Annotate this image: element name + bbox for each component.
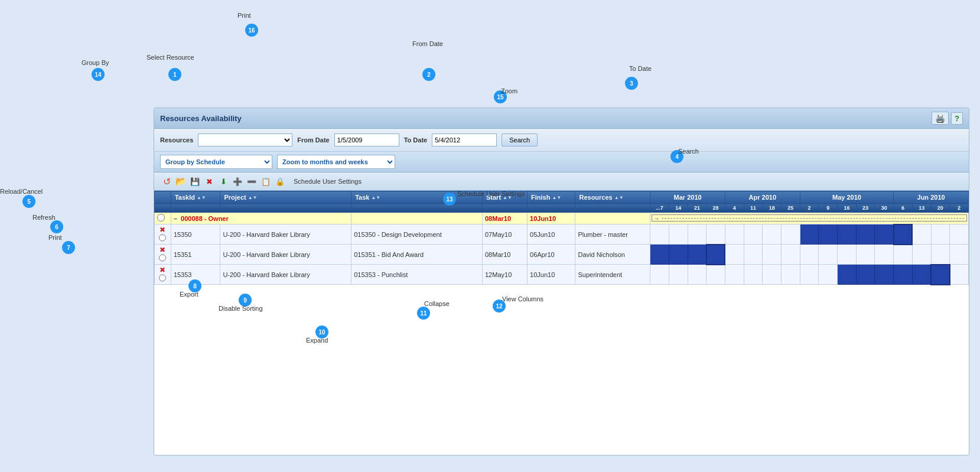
toolbar-row: ↺ 📂 💾 ✖ ⬇ ➕ ➖ 📋 🔒 Schedule User Settings: [154, 172, 969, 191]
gc-jun4: [950, 224, 969, 245]
cell-15350-project: U-200 - Harvard Baker Library: [220, 224, 351, 245]
week-may-23: 23: [856, 204, 875, 213]
print-icon-button[interactable]: 🖨️: [932, 112, 949, 125]
copy-button[interactable]: 📋: [259, 175, 272, 188]
to-date-label: To Date: [404, 136, 428, 144]
annotation-2: 2: [422, 68, 435, 81]
lock-button[interactable]: 🔒: [274, 175, 286, 188]
table-row-15351: ✖ 15351 U-200 - Harvard Baker Library 01…: [155, 245, 969, 265]
week-empty-5: [483, 204, 528, 213]
cell-15351-resources: David Nicholson: [575, 245, 650, 265]
remove-button[interactable]: ➖: [245, 175, 258, 188]
annotation-label-6: Refresh: [32, 214, 56, 221]
annotation-label-1: Select Resource: [146, 54, 194, 61]
week-18: 18: [763, 204, 782, 213]
gc-mar2: [669, 224, 688, 245]
col-apr2010-header: Apr 2010: [725, 191, 800, 204]
week-empty-2: [171, 204, 220, 213]
from-date-input[interactable]: [334, 134, 399, 147]
annotation-13: 13: [443, 193, 456, 206]
gc-apr4: [782, 224, 800, 245]
gantt-table: TaskId ▲▼ Project ▲▼ Task ▲▼ Start ▲▼ Fi…: [154, 191, 969, 285]
annotation-14: 14: [92, 68, 105, 81]
controls-row: Group by Schedule Group by Resource Grou…: [154, 152, 969, 172]
gc-jun1: [894, 224, 913, 245]
week-11: 11: [744, 204, 763, 213]
help-icon-button[interactable]: ?: [951, 112, 963, 125]
annotation-label-12: View Columns: [502, 295, 543, 302]
gc3-may3: [838, 265, 857, 285]
gc-mar1: [650, 224, 669, 245]
delete-button[interactable]: ✖: [203, 175, 216, 188]
gc3-apr4: [782, 265, 800, 285]
col-taskid-header[interactable]: TaskId ▲▼: [171, 191, 220, 204]
annotation-label-10: Expand: [306, 337, 328, 344]
annotation-label-2: From Date: [412, 40, 443, 47]
down-button[interactable]: ⬇: [217, 175, 230, 188]
cell-15351-finish: 06Apr10: [528, 245, 575, 265]
annotation-3: 3: [625, 77, 638, 90]
gc2-jun1: [894, 245, 913, 265]
annotation-6: 6: [50, 220, 63, 233]
gc-apr3: [763, 224, 782, 245]
annotation-1: 1: [168, 68, 181, 81]
panel-title: Resources Availability: [160, 114, 929, 123]
gc3-may4: [856, 265, 875, 285]
annotation-label-4: Search: [678, 148, 699, 155]
col-finish-header[interactable]: Finish ▲▼: [528, 191, 575, 204]
week-7: ...7: [650, 204, 669, 213]
cell-15351-task: 015351 - Bid And Award: [351, 245, 483, 265]
annotation-16: 16: [245, 24, 258, 37]
reload-cancel-button[interactable]: ↺: [160, 175, 173, 188]
col-select-header: [155, 191, 171, 204]
gc2-apr4: [782, 245, 800, 265]
week-jun-27: 2: [950, 204, 969, 213]
week-empty-6: [528, 204, 575, 213]
week-4: 4: [725, 204, 744, 213]
resources-label: Resources: [160, 136, 193, 144]
annotation-label-16: Print: [237, 12, 251, 19]
gc2-may3: [838, 245, 857, 265]
annotation-label-7: Print: [48, 234, 62, 241]
week-empty-1: [155, 204, 171, 213]
main-panel: Resources Availability 🖨️ ? Resources Fr…: [154, 108, 969, 455]
gc2-may2: [819, 245, 838, 265]
filter-row: Resources From Date To Date Search: [154, 129, 969, 152]
gc2-mar3: [688, 245, 706, 265]
group-by-select[interactable]: Group by Schedule Group by Resource Grou…: [160, 155, 272, 169]
week-may-16: 16: [838, 204, 857, 213]
col-resources-header[interactable]: Resources ▲▼: [575, 191, 650, 204]
annotation-label-3: To Date: [629, 65, 652, 72]
gc2-apr3: [763, 245, 782, 265]
gc3-apr2: [744, 265, 763, 285]
search-button[interactable]: Search: [502, 134, 538, 147]
gc2-apr2: [744, 245, 763, 265]
col-mar2010-header: Mar 2010: [650, 191, 725, 204]
open-button[interactable]: 📂: [174, 175, 187, 188]
annotation-7: 7: [62, 241, 75, 254]
cell-owner-select[interactable]: [155, 213, 171, 224]
cell-15353-select[interactable]: ✖: [155, 265, 171, 285]
cell-15351-select[interactable]: ✖: [155, 245, 171, 265]
annotation-label-9: Disable Sorting: [219, 305, 263, 312]
cell-owner-task: [351, 213, 483, 224]
week-empty-7: [575, 204, 650, 213]
save-button[interactable]: 💾: [188, 175, 201, 188]
resources-select[interactable]: [198, 134, 292, 147]
cell-15350-select[interactable]: ✖: [155, 224, 171, 245]
gc2-may5: [875, 245, 894, 265]
gc2-jun4: [950, 245, 969, 265]
col-project-header[interactable]: Project ▲▼: [220, 191, 351, 204]
zoom-select[interactable]: Zoom to months and weeks Zoom to days Zo…: [277, 155, 395, 169]
gc3-jun1: [894, 265, 913, 285]
cell-owner-gantt: →: [650, 213, 969, 224]
gc3-mar2: [669, 265, 688, 285]
week-25: 25: [782, 204, 800, 213]
cell-owner-id: – 000088 - Owner: [171, 213, 351, 224]
gc-jun2: [912, 224, 931, 245]
gc2-may4: [856, 245, 875, 265]
to-date-input[interactable]: [432, 134, 497, 147]
gc3-may5: [875, 265, 894, 285]
gantt-table-area: TaskId ▲▼ Project ▲▼ Task ▲▼ Start ▲▼ Fi…: [154, 191, 969, 455]
add-button[interactable]: ➕: [231, 175, 244, 188]
